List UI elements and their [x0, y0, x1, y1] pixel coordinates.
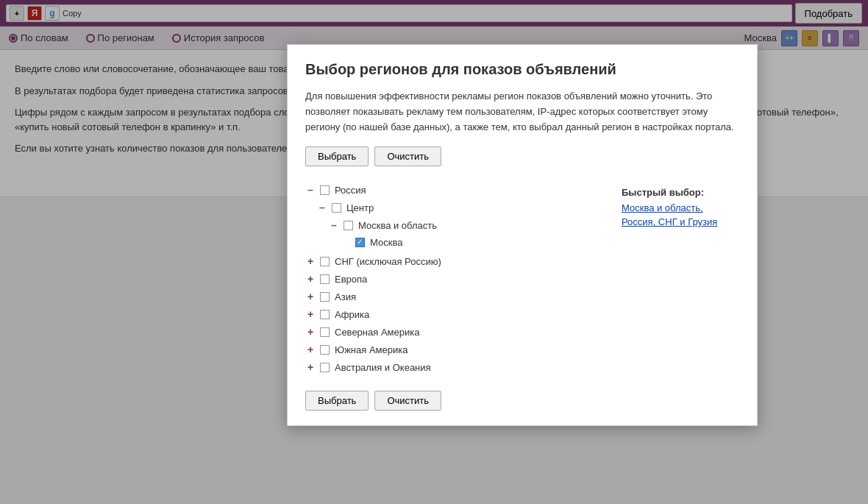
- region-item-asia: + Азия: [305, 291, 607, 302]
- toggle-russia[interactable]: –: [305, 184, 316, 196]
- region-item-africa: + Африка: [305, 308, 607, 320]
- region-item-north-america: + Северная Америка: [305, 326, 607, 338]
- dialog-buttons-top: Выбрать Очистить: [305, 146, 739, 172]
- label-center: Центр: [346, 202, 374, 213]
- region-item-sng: + СНГ (исключая Россию): [305, 255, 607, 267]
- toggle-moscow-oblast[interactable]: –: [329, 219, 339, 231]
- region-item-russia: – Россия: [305, 184, 607, 196]
- dialog-description: Для повышения эффективности рекламы реги…: [305, 89, 739, 135]
- label-sng: СНГ (исключая Россию): [335, 256, 441, 267]
- toggle-asia[interactable]: +: [305, 291, 316, 302]
- toggle-north-america[interactable]: +: [305, 326, 316, 338]
- toggle-south-america[interactable]: +: [305, 344, 316, 355]
- clear-button-top[interactable]: Очистить: [374, 146, 441, 166]
- clear-button-bottom[interactable]: Очистить: [374, 391, 441, 411]
- label-europe: Европа: [335, 274, 367, 285]
- dialog-buttons-bottom: Выбрать Очистить: [305, 391, 739, 411]
- quick-select-panel: Быстрый выбор: Москва и область, Россия,…: [622, 184, 739, 379]
- label-asia: Азия: [335, 291, 356, 302]
- checkbox-moscow[interactable]: [355, 238, 365, 247]
- region-item-australia: + Австралия и Океания: [305, 361, 607, 373]
- toggle-australia[interactable]: +: [305, 361, 316, 373]
- select-button-top[interactable]: Выбрать: [305, 146, 369, 166]
- checkbox-moscow-oblast[interactable]: [344, 221, 353, 230]
- checkbox-south-america[interactable]: [320, 345, 330, 355]
- dialog-title: Выбор регионов для показов объявлений: [305, 60, 739, 79]
- quick-select-russia-sng[interactable]: Россия, СНГ и Грузия: [622, 216, 739, 227]
- checkbox-center[interactable]: [332, 203, 341, 213]
- region-item-moscow-oblast: – Москва и область: [329, 219, 607, 231]
- region-item-moscow: Москва: [341, 237, 607, 248]
- region-list: – Россия – Центр – Москва и область Моск…: [305, 184, 607, 379]
- toggle-europe[interactable]: +: [305, 273, 316, 285]
- region-item-center: – Центр: [317, 202, 607, 213]
- region-container: – Россия – Центр – Москва и область Моск…: [305, 184, 739, 379]
- checkbox-australia[interactable]: [320, 363, 330, 372]
- label-moscow: Москва: [370, 237, 402, 248]
- toggle-center[interactable]: –: [317, 202, 327, 213]
- quick-select-title: Быстрый выбор:: [622, 187, 739, 198]
- label-russia: Россия: [335, 185, 366, 196]
- checkbox-africa[interactable]: [320, 310, 330, 319]
- region-select-dialog: Выбор регионов для показов объявлений Дл…: [287, 44, 758, 426]
- region-item-europe: + Европа: [305, 273, 607, 285]
- region-item-south-america: + Южная Америка: [305, 344, 607, 355]
- checkbox-europe[interactable]: [320, 274, 330, 284]
- select-button-bottom[interactable]: Выбрать: [305, 391, 369, 411]
- checkbox-asia[interactable]: [320, 292, 330, 302]
- toggle-africa[interactable]: +: [305, 308, 316, 320]
- label-south-america: Южная Америка: [335, 344, 408, 355]
- toggle-sng[interactable]: +: [305, 255, 316, 267]
- label-moscow-oblast: Москва и область: [358, 220, 437, 231]
- checkbox-russia[interactable]: [320, 185, 330, 195]
- label-north-america: Северная Америка: [335, 327, 419, 338]
- label-australia: Австралия и Океания: [335, 362, 431, 373]
- quick-select-moscow[interactable]: Москва и область,: [622, 202, 739, 213]
- label-africa: Африка: [335, 309, 369, 320]
- checkbox-sng[interactable]: [320, 257, 330, 266]
- checkbox-north-america[interactable]: [320, 327, 330, 337]
